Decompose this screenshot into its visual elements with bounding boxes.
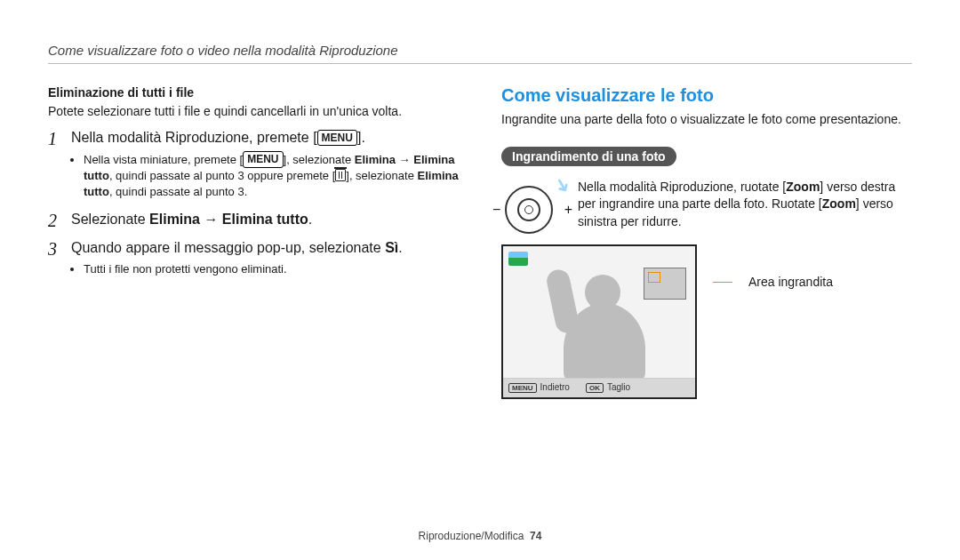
step-1: 1 Nella modalità Riproduzione, premete [… [48,128,459,203]
footer-section: Riproduzione/Modifica [419,530,524,542]
s2-arrow: → [200,212,222,227]
ok-control: OKTaglio [586,382,630,393]
dial-arrow-icon: ➜ [548,172,577,197]
zoom-dial-icon: ➜ − + [501,179,564,234]
step-1-main: Nella modalità Riproduzione, premete [ME… [71,128,459,148]
s1b-b1: Elimina [355,153,396,166]
step-3: 3 Quando appare il messaggio pop-up, sel… [48,238,459,280]
s1b-a1: → [396,153,413,166]
preview-zone: MENUIndietro OKTaglio Area ingrandita [501,244,912,399]
callout-text: Area ingrandita [748,244,833,289]
step-2-main: Selezionate Elimina → Elimina tutto. [71,210,459,229]
zoom-section-pill: Ingrandimento di una foto [501,147,676,166]
ok-label: Taglio [607,382,630,392]
step-3-num: 3 [48,238,62,260]
s2-b2: Elimina tutto [222,212,308,227]
silhouette-icon [535,271,668,378]
right-intro: Ingrandite una parte della foto o visual… [501,111,912,129]
menu-badge-icon: MENU [317,130,357,147]
breadcrumb: Come visualizzare foto o video nella mod… [48,43,912,64]
dial-z1: Zoom [786,180,820,194]
s3-b: Sì [385,240,398,255]
camera-screen: MENUIndietro OKTaglio [501,244,697,399]
left-column: Eliminazione di tutti i file Potete sele… [48,85,459,399]
minus-icon: − [492,202,500,218]
s1b-m2: , quindi passate al punto 3 oppure preme… [109,169,335,182]
back-label: Indietro [540,382,570,392]
right-column: Come visualizzare le foto Ingrandite una… [501,85,912,399]
dial-row: ➜ − + Nella modalità Riproduzione, ruota… [501,179,912,234]
ok-badge-icon: OK [586,383,604,393]
step-2: 2 Selezionate Elimina → Elimina tutto. [48,210,459,231]
page-footer: Riproduzione/Modifica 74 [0,530,960,542]
step-1-bullet: Nella vista miniature, premete [MENU], s… [84,151,459,201]
s1b-pre: Nella vista miniature, premete [ [84,153,243,166]
callout-line [713,282,732,283]
s1b-m1: ], selezionate [284,153,355,166]
menu-badge-icon: MENU [243,151,283,168]
step-1-num: 1 [48,128,62,149]
plus-icon: + [564,202,572,218]
step-3-bullet: Tutti i file non protetti vengono elimin… [84,261,459,277]
camera-screen-image [503,246,695,378]
s2-post: . [308,212,312,227]
dial-pre: Nella modalità Riproduzione, ruotate [ [578,180,786,194]
s2-pre: Selezionate [71,212,149,227]
left-intro: Potete selezionare tutti i file e quindi… [48,103,459,121]
s2-b1: Elimina [149,212,200,227]
thumbnail-icon [508,252,528,266]
footer-page: 74 [530,530,541,542]
step-1-text-post: ]. [357,130,365,145]
trash-icon [335,169,346,181]
step-1-text-pre: Nella modalità Riproduzione, premete [ [71,130,317,145]
step-3-main: Quando appare il messaggio pop-up, selez… [71,238,459,258]
step-2-num: 2 [48,210,62,231]
s1b-m3: ], selezionate [346,169,417,182]
dial-z2: Zoom [822,196,856,211]
s3-pre: Quando appare il messaggio pop-up, selez… [71,240,385,255]
dial-text: Nella modalità Riproduzione, ruotate [Zo… [578,179,912,231]
left-subhead: Eliminazione di tutti i file [48,85,459,100]
camera-screen-footer: MENUIndietro OKTaglio [503,378,695,397]
menu-badge-icon: MENU [508,383,537,393]
right-title: Come visualizzare le foto [501,85,912,106]
s3-post: . [398,240,402,255]
back-control: MENUIndietro [508,382,570,393]
s1b-tail: , quindi passate al punto 3. [109,185,247,198]
